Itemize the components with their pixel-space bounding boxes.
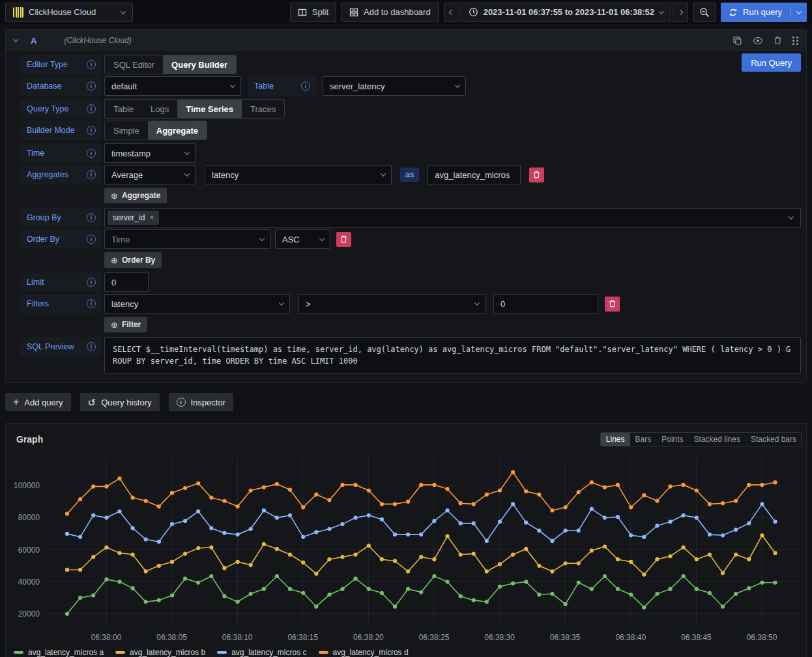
info-icon[interactable] (87, 104, 96, 113)
run-query-label: Run query (743, 7, 782, 17)
split-button[interactable]: Split (290, 3, 336, 22)
info-icon[interactable] (87, 170, 96, 179)
query-row-header[interactable]: A (ClickHouse Cloud) (6, 30, 806, 51)
datasource-hint: (ClickHouse Cloud) (64, 36, 131, 45)
info-icon[interactable] (87, 126, 96, 135)
order-by-direction-select[interactable]: ASC (275, 229, 330, 249)
filters-label: Filters (20, 294, 102, 314)
run-query-toolbar-button[interactable]: Run query (721, 3, 807, 22)
chevron-down-icon[interactable] (796, 8, 802, 14)
info-icon[interactable] (301, 81, 310, 91)
remove-query-trash-icon[interactable] (774, 36, 782, 45)
trash-icon (340, 235, 347, 243)
group-by-multiselect[interactable]: server_id (104, 208, 801, 227)
group-by-chip[interactable]: server_id (108, 211, 159, 225)
info-icon[interactable] (87, 149, 96, 158)
remove-filter-button[interactable] (605, 297, 620, 312)
info-icon[interactable] (87, 235, 96, 244)
plus-icon: + (13, 396, 19, 408)
collapse-chevron-icon[interactable] (13, 36, 18, 42)
graph-style-toggle-option-lines[interactable]: Lines (601, 433, 630, 446)
aggregate-alias-input[interactable] (428, 165, 521, 184)
legend-item[interactable]: avg_latency_micros b (115, 648, 205, 657)
legend-item[interactable]: avg_latency_micros d (319, 648, 409, 657)
table-select[interactable]: server_latency (323, 76, 466, 96)
legend-swatch (217, 651, 227, 654)
query-type-toggle-option-logs[interactable]: Logs (142, 100, 177, 118)
builder-mode-toggle-option-simple[interactable]: Simple (105, 121, 148, 139)
info-icon[interactable] (87, 278, 96, 287)
filter-operator-select[interactable]: > (298, 294, 486, 314)
query-type-row: Query Type TableLogsTime SeriesTraces (20, 99, 801, 119)
info-icon[interactable] (87, 213, 96, 222)
add-order-by-button[interactable]: ⊕ Order By (104, 252, 162, 268)
database-select[interactable]: default (104, 76, 241, 96)
clock-icon (469, 7, 478, 17)
filter-value-input[interactable] (493, 294, 598, 314)
drag-handle-icon[interactable] (792, 36, 798, 45)
info-icon[interactable] (87, 342, 96, 351)
trash-icon (533, 171, 540, 179)
datasource-picker[interactable]: ClickHouse Cloud (5, 3, 133, 22)
limit-input[interactable] (104, 272, 149, 292)
sql-preview-text: SELECT $__timeInterval(timestamp) as tim… (104, 337, 801, 373)
query-type-toggle-option-table[interactable]: Table (105, 100, 142, 118)
legend-item[interactable]: avg_latency_micros a (14, 648, 104, 657)
order-by-column-select[interactable]: Time (104, 229, 270, 249)
graph-style-toggle-option-bars[interactable]: Bars (630, 433, 657, 446)
builder-mode-toggle: SimpleAggregate (104, 121, 207, 140)
y-tick-label: 60000 (18, 546, 40, 555)
inspector-button[interactable]: Inspector (169, 393, 233, 411)
graph-style-toggle-option-points[interactable]: Points (656, 433, 688, 446)
remove-aggregate-button[interactable] (529, 168, 544, 182)
time-range-forward-button[interactable] (673, 3, 688, 22)
history-icon: ↺ (88, 398, 96, 407)
add-query-button[interactable]: + Add query (5, 393, 71, 411)
graph-style-toggle-option-stacked-lines[interactable]: Stacked lines (689, 433, 746, 446)
query-type-toggle-option-time-series[interactable]: Time Series (177, 100, 242, 118)
database-label: Database (20, 76, 102, 96)
time-range-button[interactable]: 2023-11-01 06:37:55 to 2023-11-01 06:38:… (461, 3, 671, 22)
info-icon[interactable] (87, 299, 96, 308)
chevron-down-icon (279, 300, 284, 305)
add-to-dashboard-label: Add to dashboard (364, 7, 431, 17)
add-aggregate-button[interactable]: ⊕ Aggregate (104, 188, 167, 203)
query-type-toggle-option-traces[interactable]: Traces (242, 100, 284, 118)
filter-column-select[interactable]: latency (104, 294, 290, 314)
hide-response-eye-icon[interactable] (753, 36, 763, 45)
editor-type-toggle-option-sql-editor[interactable]: SQL Editor (105, 55, 163, 74)
editor-type-row: Editor Type SQL EditorQuery Builder (20, 55, 801, 74)
circle-plus-icon: ⊕ (111, 320, 118, 330)
run-query-editor-button[interactable]: Run Query (742, 53, 801, 72)
latency-chart[interactable]: 2000040000600008000010000006:38:0006:38:… (6, 454, 806, 648)
zoom-out-button[interactable] (693, 3, 716, 22)
add-to-dashboard-button[interactable]: Add to dashboard (341, 3, 439, 22)
chart-legend: avg_latency_micros aavg_latency_micros b… (6, 648, 806, 657)
y-tick-label: 20000 (18, 609, 40, 619)
duplicate-query-icon[interactable] (732, 36, 742, 46)
limit-label: Limit (20, 272, 102, 292)
x-tick-label: 06:38:45 (681, 633, 712, 642)
info-icon[interactable] (87, 81, 96, 91)
time-column-select[interactable]: timestamp (104, 143, 196, 163)
editor-type-toggle-option-query-builder[interactable]: Query Builder (163, 55, 236, 74)
toolbar-actions: Split Add to dashboard 202 (290, 3, 807, 22)
remove-chip-icon[interactable] (149, 213, 154, 222)
time-range-back-button[interactable] (444, 3, 459, 22)
filters-row: Filters latency > (20, 294, 801, 314)
info-icon[interactable] (87, 60, 96, 69)
aggregate-function-select[interactable]: Average (104, 165, 196, 184)
aggregate-column-select[interactable]: latency (205, 165, 392, 184)
add-filter-button[interactable]: ⊕ Filter (104, 317, 147, 332)
remove-order-by-button[interactable] (336, 232, 351, 247)
builder-mode-toggle-option-aggregate[interactable]: Aggregate (148, 121, 207, 139)
chevron-left-icon (448, 9, 454, 14)
database-table-row: Database default Table server_latency (20, 76, 801, 96)
x-tick-label: 06:38:15 (287, 633, 318, 642)
x-tick-label: 06:38:20 (353, 633, 384, 642)
time-label: Time (20, 143, 102, 163)
graph-style-toggle-option-stacked-bars[interactable]: Stacked bars (746, 433, 802, 446)
chevron-right-icon (678, 9, 683, 14)
query-history-button[interactable]: ↺ Query history (80, 393, 160, 411)
legend-item[interactable]: avg_latency_micros c (217, 648, 306, 657)
